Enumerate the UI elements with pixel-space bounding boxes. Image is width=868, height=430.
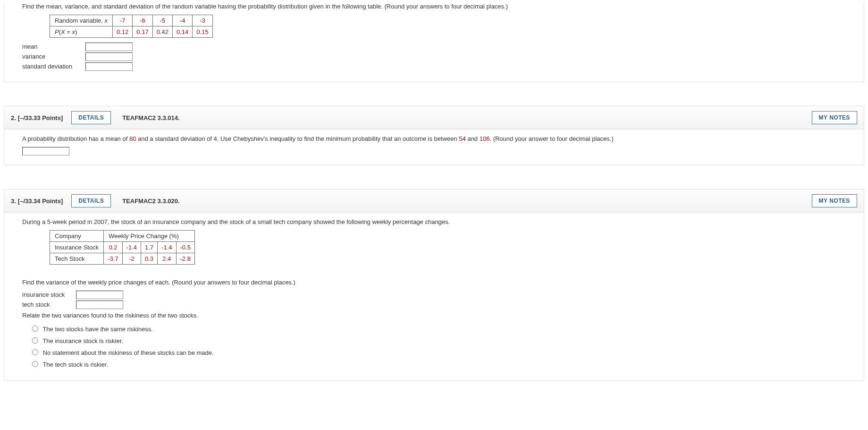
q3-th-change: Weekly Price Change (%): [104, 231, 195, 242]
q1-x-4: -3: [193, 15, 212, 26]
q3-r2-label: Tech Stock: [50, 253, 104, 265]
q3-ins-label: insurance stock: [22, 291, 74, 298]
q3-table: Company Weekly Price Change (%) Insuranc…: [50, 230, 195, 265]
q1-sd-label: standard deviation: [22, 63, 84, 70]
q3-option-2-radio[interactable]: [32, 349, 38, 355]
q3-r1-v3: -1.4: [158, 242, 176, 253]
q3-option-0-radio[interactable]: [32, 326, 38, 332]
q1-p-4: 0.15: [193, 26, 212, 38]
question-1-body: Find the mean, variance, and standard de…: [4, 3, 864, 82]
q2-header: 2. [–/33.33 Points] DETAILS TEAFMAC2 3.3…: [4, 106, 864, 129]
q1-table: Random variable, x -7 -6 -5 -4 -3 P(X = …: [50, 15, 213, 38]
q1-p-0: 0.12: [113, 26, 133, 38]
q3-option-0-label: The two stocks have the same riskiness.: [42, 326, 152, 333]
q3-r2-v3: 2.4: [158, 253, 176, 265]
q2-reference: TEAFMAC2 3.3.014.: [122, 114, 179, 121]
q3-r1-v1: -1.4: [122, 242, 141, 253]
q3-header: 3. [–/33.34 Points] DETAILS TEAFMAC2 3.3…: [4, 189, 864, 213]
q1-x-0: -7: [113, 15, 133, 26]
q2-my-notes-button[interactable]: MY NOTES: [812, 111, 857, 124]
q1-p-3: 0.14: [172, 26, 192, 38]
q3-number: 3.: [11, 198, 16, 205]
q2-body: A probability distribution has a mean of…: [4, 129, 864, 155]
q3-option-1-radio[interactable]: [32, 337, 38, 344]
q1-x-3: -4: [172, 15, 192, 26]
q1-row1-label: Random variable, x: [50, 15, 113, 26]
question-2: 2. [–/33.33 Points] DETAILS TEAFMAC2 3.3…: [4, 106, 864, 165]
q2-details-button[interactable]: DETAILS: [71, 111, 111, 124]
q1-p-2: 0.42: [152, 26, 172, 38]
q1-variance-label: variance: [22, 53, 84, 60]
q3-r2-v4: -2.8: [176, 253, 194, 265]
q1-row2-label: P(X = x): [50, 26, 113, 38]
q1-prompt: Find the mean, variance, and standard de…: [22, 3, 846, 10]
q3-instr: Find the variance of the weekly price ch…: [22, 279, 846, 286]
q3-option-1-label: The insurance stock is riskier.: [42, 337, 123, 344]
q3-r1-v2: 1.7: [141, 242, 158, 253]
q3-r1-v4: -0.5: [176, 242, 194, 253]
q3-option-3-label: The tech stock is riskier.: [42, 361, 108, 368]
q3-relate: Relate the two variances found to the ri…: [22, 312, 846, 319]
q3-r2-v2: 0.3: [141, 253, 158, 265]
q3-r2-v0: -3.7: [104, 253, 122, 265]
q2-points: [–/33.33 Points]: [18, 114, 63, 121]
q1-mean-input[interactable]: [85, 43, 133, 51]
q3-th-company: Company: [50, 231, 104, 242]
q3-ins-input[interactable]: [76, 291, 123, 299]
q2-text: A probability distribution has a mean of…: [22, 135, 846, 142]
q1-mean-label: mean: [22, 43, 84, 50]
q3-option-3-radio[interactable]: [32, 361, 38, 367]
q3-r1-label: Insurance Stock: [50, 242, 104, 253]
q3-details-button[interactable]: DETAILS: [71, 194, 111, 207]
q1-p-1: 0.17: [133, 26, 152, 38]
q1-sd-input[interactable]: [85, 62, 133, 71]
q3-tech-input[interactable]: [76, 301, 123, 309]
q1-x-1: -6: [133, 15, 152, 26]
q3-r2-v1: -2: [122, 253, 141, 265]
q3-my-notes-button[interactable]: MY NOTES: [812, 194, 857, 207]
question-3: 3. [–/33.34 Points] DETAILS TEAFMAC2 3.3…: [4, 189, 864, 381]
q3-r1-v0: 0.2: [104, 242, 122, 253]
q3-reference: TEAFMAC2 3.3.020.: [122, 198, 179, 205]
q3-option-2-label: No statement about the riskiness of thes…: [43, 349, 214, 356]
q3-points: [–/33.34 Points]: [18, 198, 63, 205]
q2-number: 2.: [11, 114, 16, 121]
q3-tech-label: tech stock: [22, 301, 74, 308]
q3-body: During a 5-week period in 2007, the stoc…: [4, 213, 864, 368]
q1-x-2: -5: [152, 15, 172, 26]
q3-intro: During a 5-week period in 2007, the stoc…: [22, 218, 846, 225]
q2-answer-input[interactable]: [22, 147, 69, 155]
q1-variance-input[interactable]: [85, 52, 133, 61]
